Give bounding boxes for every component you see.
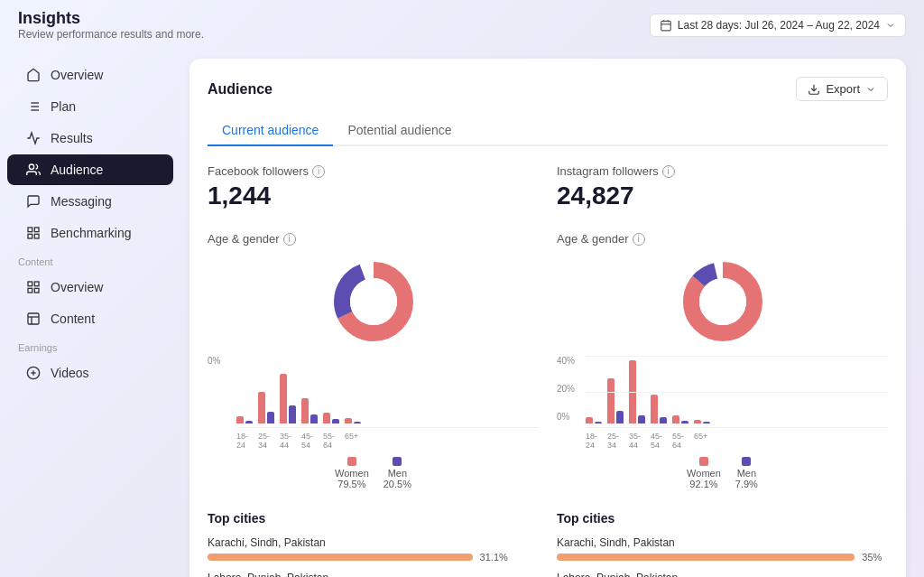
ig-city-1: Karachi, Sindh, Pakistan 35% xyxy=(557,536,888,563)
facebook-followers-value: 1,244 xyxy=(208,181,539,210)
export-icon xyxy=(808,83,820,96)
ig-age-gender-info-icon[interactable]: i xyxy=(633,233,645,246)
ig-age-gender-title: Age & gender i xyxy=(557,232,888,246)
instagram-followers-label: Instagram followers i xyxy=(557,164,888,178)
content-section-label: Content xyxy=(0,249,180,271)
svg-point-28 xyxy=(350,278,397,325)
svg-rect-19 xyxy=(28,313,39,324)
ig-grid-20 xyxy=(586,392,888,393)
sidebar-videos-label: Videos xyxy=(51,366,89,380)
fb-men-bar-65plus xyxy=(354,422,361,423)
svg-rect-17 xyxy=(34,288,39,293)
ig-men-bar-45-54 xyxy=(660,417,667,423)
svg-point-10 xyxy=(29,164,33,169)
sidebar-item-benchmarking[interactable]: Benchmarking xyxy=(7,218,173,248)
fb-women-legend: Women 79.5% xyxy=(335,457,369,489)
fb-women-bar-35-44 xyxy=(280,374,287,423)
svg-rect-13 xyxy=(34,234,39,238)
facebook-metric: Facebook followers i 1,244 xyxy=(208,164,539,210)
ig-bar-55-64 xyxy=(672,415,688,423)
svg-rect-18 xyxy=(28,288,32,293)
sidebar-item-audience[interactable]: Audience xyxy=(7,154,173,185)
instagram-followers-value: 24,827 xyxy=(557,181,888,210)
sidebar-overview-label: Overview xyxy=(51,68,103,82)
fb-city-1-bar xyxy=(208,554,473,561)
fb-city-2-name: Lahore, Punjab, Pakistan xyxy=(208,572,539,577)
ig-donut-container xyxy=(557,256,888,356)
facebook-info-icon[interactable]: i xyxy=(312,165,325,178)
svg-rect-0 xyxy=(661,21,671,30)
sidebar-item-content[interactable]: Content xyxy=(7,303,173,334)
instagram-age-gender-chart: Age & gender i 40% xyxy=(557,232,888,489)
export-button[interactable]: Export xyxy=(796,77,888,101)
sidebar-content-label: Content xyxy=(51,312,95,326)
ig-city-1-pct: 35% xyxy=(862,552,882,563)
fb-donut-container xyxy=(208,256,539,356)
fb-men-bar-25-34 xyxy=(267,412,274,423)
fb-donut-chart xyxy=(328,256,419,347)
ig-women-bar-25-34 xyxy=(607,378,614,423)
card-title: Audience xyxy=(208,81,273,98)
svg-rect-16 xyxy=(34,282,39,286)
ig-men-bar-35-44 xyxy=(638,415,645,423)
ig-donut-chart xyxy=(678,256,768,347)
benchmarking-icon xyxy=(25,225,42,241)
ig-bars-inner xyxy=(586,356,888,428)
ig-bar-45-54 xyxy=(651,395,667,423)
sidebar-item-content-overview[interactable]: Overview xyxy=(7,272,173,302)
fb-city-1-name: Karachi, Sindh, Pakistan xyxy=(208,536,539,549)
instagram-cities: Top cities Karachi, Sindh, Pakistan 35% … xyxy=(557,511,888,577)
svg-point-31 xyxy=(699,278,746,325)
facebook-cities: Top cities Karachi, Sindh, Pakistan 31.1… xyxy=(208,511,539,577)
sidebar-item-overview[interactable]: Overview xyxy=(7,60,173,90)
sidebar-audience-label: Audience xyxy=(51,163,103,177)
ig-women-bar-18-24 xyxy=(586,417,593,423)
fb-men-bar-18-24 xyxy=(245,421,253,423)
messaging-icon xyxy=(25,193,42,209)
audience-icon xyxy=(25,162,42,178)
metrics-row: Facebook followers i 1,244 Instagram fol… xyxy=(208,164,888,210)
fb-bar-55-64 xyxy=(323,413,339,423)
sidebar-item-videos[interactable]: Videos xyxy=(7,358,173,388)
content-overview-icon xyxy=(25,279,42,295)
ig-grid-40 xyxy=(586,356,888,357)
tab-potential-audience[interactable]: Potential audience xyxy=(333,116,466,146)
ig-bar-25-34 xyxy=(607,378,624,423)
fb-cities-title: Top cities xyxy=(208,511,539,526)
fb-city-1: Karachi, Sindh, Pakistan 31.1% xyxy=(208,536,539,563)
ig-bar-18-24 xyxy=(586,417,602,423)
fb-men-bar-55-64 xyxy=(332,419,339,423)
sidebar-plan-label: Plan xyxy=(51,99,76,114)
fb-age-gender-info-icon[interactable]: i xyxy=(283,233,296,246)
fb-city-2: Lahore, Punjab, Pakistan 17.1% xyxy=(208,572,539,577)
results-icon xyxy=(25,130,42,146)
sidebar-item-messaging[interactable]: Messaging xyxy=(7,186,173,217)
audience-tabs: Current audience Potential audience xyxy=(208,116,888,146)
ig-women-legend: Women 92.1% xyxy=(687,457,721,489)
earnings-section-label: Earnings xyxy=(0,335,180,357)
svg-rect-14 xyxy=(28,234,32,238)
overview-icon xyxy=(25,67,42,83)
chevron-down-icon xyxy=(885,20,896,31)
fb-women-bar-18-24 xyxy=(236,416,244,423)
page-subtitle: Review performance results and more. xyxy=(18,28,204,41)
content-icon xyxy=(25,311,42,327)
fb-women-bar-55-64 xyxy=(323,413,330,423)
sidebar-content-overview-label: Overview xyxy=(51,280,103,294)
sidebar-item-results[interactable]: Results xyxy=(7,123,173,154)
fb-city-1-bar-container: 31.1% xyxy=(208,552,539,563)
fb-age-gender-title: Age & gender i xyxy=(208,232,539,246)
tab-current-audience[interactable]: Current audience xyxy=(208,116,333,146)
ig-legend: Women 92.1% Men 7.9% xyxy=(557,457,888,489)
audience-card: Audience Export Current audience Potenti… xyxy=(189,59,906,577)
top-bar: Insights Review performance results and … xyxy=(0,0,924,50)
fb-bar-65plus xyxy=(345,418,361,423)
date-range-picker[interactable]: Last 28 days: Jul 26, 2024 – Aug 22, 202… xyxy=(650,14,906,37)
fb-men-dot xyxy=(393,457,402,466)
ig-women-bar-65plus xyxy=(694,420,701,423)
sidebar-item-plan[interactable]: Plan xyxy=(7,91,173,122)
date-range-label: Last 28 days: Jul 26, 2024 – Aug 22, 202… xyxy=(678,19,880,32)
instagram-info-icon[interactable]: i xyxy=(662,165,675,178)
ig-city-1-bar xyxy=(557,554,855,561)
fb-legend: Women 79.5% Men 20.5% xyxy=(208,457,539,489)
